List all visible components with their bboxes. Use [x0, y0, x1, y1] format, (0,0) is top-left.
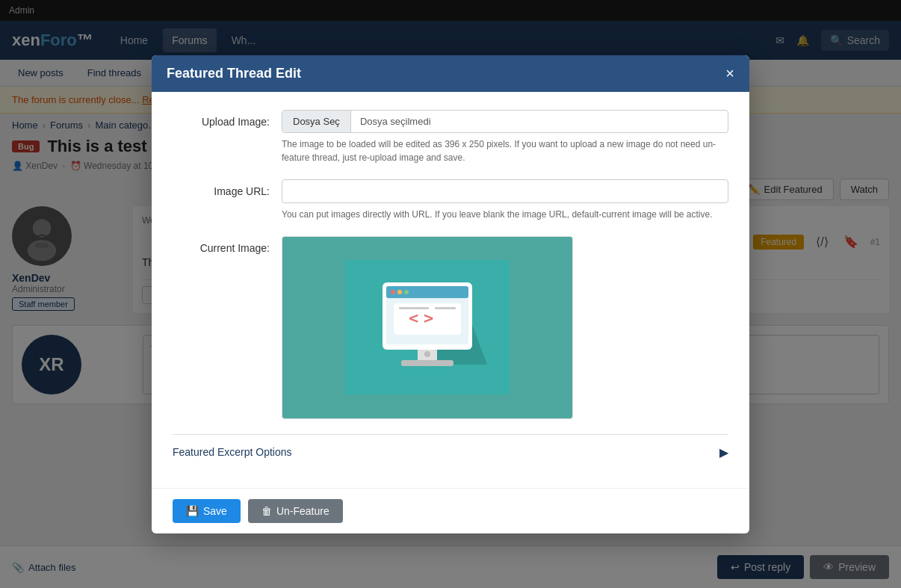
svg-rect-18 — [401, 360, 453, 366]
file-name-display: Dosya seçilmedi — [351, 111, 728, 132]
modal-overlay[interactable]: Featured Thread Edit × Upload Image: Dos… — [0, 0, 901, 404]
svg-point-11 — [404, 290, 409, 294]
svg-rect-15 — [399, 307, 429, 309]
upload-image-content: Dosya Seç Dosya seçilmedi The image to b… — [282, 110, 728, 164]
svg-text:>: > — [424, 309, 433, 327]
image-url-input[interactable] — [282, 179, 728, 203]
image-url-label: Image URL: — [173, 179, 270, 197]
svg-point-9 — [391, 290, 395, 294]
featured-thread-modal: Featured Thread Edit × Upload Image: Dos… — [152, 55, 749, 405]
svg-point-10 — [397, 290, 402, 294]
modal-body: Upload Image: Dosya Seç Dosya seçilmedi … — [152, 92, 749, 405]
modal-close-button[interactable]: × — [725, 66, 734, 81]
image-url-content: You can put images directly with URL. If… — [282, 179, 728, 221]
choose-file-button[interactable]: Dosya Seç — [282, 111, 351, 132]
upload-hint: The image to be loaded will be edited as… — [282, 137, 728, 164]
current-image-label: Current Image: — [173, 236, 270, 254]
image-url-hint: You can put images directly with URL. If… — [282, 208, 728, 221]
svg-rect-16 — [435, 307, 456, 309]
svg-point-19 — [424, 351, 430, 357]
current-image-content: < > — [282, 236, 728, 405]
modal-header: Featured Thread Edit × — [152, 55, 749, 92]
svg-text:<: < — [409, 309, 418, 327]
upload-image-label: Upload Image: — [173, 110, 270, 128]
modal-title: Featured Thread Edit — [167, 66, 301, 81]
current-image-display: < > — [282, 236, 573, 405]
